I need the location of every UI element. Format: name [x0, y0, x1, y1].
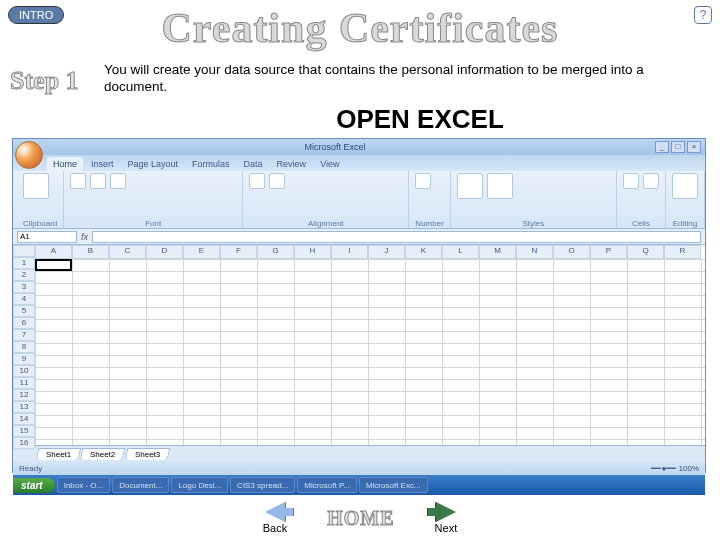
- paste-icon[interactable]: [23, 173, 49, 199]
- taskbar-item[interactable]: Logo Desi...: [171, 477, 228, 493]
- group-number: Number: [415, 219, 443, 228]
- step-label: Step 1: [10, 66, 79, 96]
- tab-home[interactable]: Home: [47, 157, 83, 171]
- col-header[interactable]: L: [442, 245, 479, 259]
- col-header[interactable]: M: [479, 245, 516, 259]
- cond-format-icon[interactable]: [457, 173, 483, 199]
- row-header[interactable]: 9: [13, 353, 35, 365]
- col-header[interactable]: Q: [627, 245, 664, 259]
- taskbar-item[interactable]: Microsoft P...: [297, 477, 357, 493]
- start-button[interactable]: start: [13, 478, 55, 493]
- formula-input[interactable]: [92, 231, 701, 243]
- row-header[interactable]: 16: [13, 437, 35, 449]
- row-header[interactable]: 6: [13, 317, 35, 329]
- name-box[interactable]: A1: [17, 231, 77, 243]
- col-header[interactable]: R: [664, 245, 701, 259]
- intro-button[interactable]: INTRO: [8, 6, 64, 24]
- tab-page-layout[interactable]: Page Layout: [122, 157, 185, 171]
- insert-cell-icon[interactable]: [623, 173, 639, 189]
- group-cells: Cells: [623, 219, 659, 228]
- bottom-nav: Back HOME Next: [0, 502, 720, 534]
- help-button[interactable]: ?: [694, 6, 712, 24]
- col-header[interactable]: A: [35, 245, 72, 259]
- find-icon[interactable]: [672, 173, 698, 199]
- home-button[interactable]: HOME: [327, 507, 394, 530]
- app-title: Microsoft Excel: [305, 142, 366, 152]
- col-header[interactable]: C: [109, 245, 146, 259]
- back-label: Back: [263, 522, 287, 534]
- zoom-slider[interactable]: ━━●━━ 100%: [651, 464, 699, 473]
- row-header[interactable]: 12: [13, 389, 35, 401]
- office-button[interactable]: [15, 141, 43, 169]
- row-header[interactable]: 2: [13, 269, 35, 281]
- col-header[interactable]: K: [405, 245, 442, 259]
- row-header[interactable]: 10: [13, 365, 35, 377]
- col-header[interactable]: B: [72, 245, 109, 259]
- close-button[interactable]: ×: [687, 141, 701, 153]
- tab-formulas[interactable]: Formulas: [186, 157, 236, 171]
- italic-icon[interactable]: [110, 173, 126, 189]
- select-all-corner[interactable]: [13, 245, 35, 257]
- wrap-icon[interactable]: [269, 173, 285, 189]
- sheet-tabs: Sheet1 Sheet2 Sheet3: [13, 445, 705, 461]
- spreadsheet-grid[interactable]: 1 2 3 4 5 6 7 8 9 10 11 12 13 14 15 16 A…: [13, 245, 705, 445]
- row-header[interactable]: 11: [13, 377, 35, 389]
- row-header[interactable]: 13: [13, 401, 35, 413]
- arrow-right-icon: [436, 502, 456, 522]
- row-header[interactable]: 15: [13, 425, 35, 437]
- col-header[interactable]: E: [183, 245, 220, 259]
- bold-icon[interactable]: [90, 173, 106, 189]
- arrow-left-icon: [265, 502, 285, 522]
- ribbon: Clipboard Font Alignment Number Styles C…: [13, 171, 705, 229]
- tab-view[interactable]: View: [314, 157, 345, 171]
- row-header[interactable]: 7: [13, 329, 35, 341]
- taskbar-item[interactable]: Microsoft Exc...: [359, 477, 428, 493]
- font-icon[interactable]: [70, 173, 86, 189]
- taskbar-item[interactable]: Inbox - O...: [57, 477, 111, 493]
- step-description: You will create your data source that co…: [104, 62, 664, 96]
- minimize-button[interactable]: _: [655, 141, 669, 153]
- row-header[interactable]: 5: [13, 305, 35, 317]
- number-icon[interactable]: [415, 173, 431, 189]
- tab-data[interactable]: Data: [238, 157, 269, 171]
- sheet-tab[interactable]: Sheet2: [80, 448, 126, 460]
- align-icon[interactable]: [249, 173, 265, 189]
- taskbar-item[interactable]: Document...: [112, 477, 169, 493]
- tab-review[interactable]: Review: [271, 157, 313, 171]
- active-cell[interactable]: [35, 259, 72, 271]
- col-header[interactable]: H: [294, 245, 331, 259]
- col-header[interactable]: P: [590, 245, 627, 259]
- home-label: HOME: [327, 507, 394, 530]
- col-header[interactable]: N: [516, 245, 553, 259]
- maximize-button[interactable]: □: [671, 141, 685, 153]
- col-header[interactable]: J: [368, 245, 405, 259]
- fx-label: fx: [81, 232, 88, 242]
- page-title: Creating Certificates: [0, 4, 720, 52]
- group-editing: Editing: [672, 219, 698, 228]
- next-button[interactable]: Next: [435, 502, 458, 534]
- row-header[interactable]: 8: [13, 341, 35, 353]
- group-font: Font: [70, 219, 236, 228]
- back-button[interactable]: Back: [263, 502, 287, 534]
- tab-insert[interactable]: Insert: [85, 157, 120, 171]
- delete-cell-icon[interactable]: [643, 173, 659, 189]
- row-header[interactable]: 3: [13, 281, 35, 293]
- row-header[interactable]: 4: [13, 293, 35, 305]
- status-text: Ready: [19, 464, 42, 473]
- windows-taskbar: start Inbox - O... Document... Logo Desi…: [13, 475, 705, 495]
- format-table-icon[interactable]: [487, 173, 513, 199]
- col-header[interactable]: I: [331, 245, 368, 259]
- group-styles: Styles: [457, 219, 610, 228]
- group-alignment: Alignment: [249, 219, 402, 228]
- ribbon-tabs: Home Insert Page Layout Formulas Data Re…: [13, 155, 705, 171]
- excel-window: Microsoft Excel _ □ × Home Insert Page L…: [12, 138, 706, 473]
- col-header[interactable]: O: [553, 245, 590, 259]
- sheet-tab[interactable]: Sheet1: [36, 448, 82, 460]
- col-header[interactable]: G: [257, 245, 294, 259]
- taskbar-item[interactable]: CIS3 spread...: [230, 477, 295, 493]
- row-header[interactable]: 14: [13, 413, 35, 425]
- row-header[interactable]: 1: [13, 257, 35, 269]
- col-header[interactable]: F: [220, 245, 257, 259]
- sheet-tab[interactable]: Sheet3: [124, 448, 170, 460]
- col-header[interactable]: D: [146, 245, 183, 259]
